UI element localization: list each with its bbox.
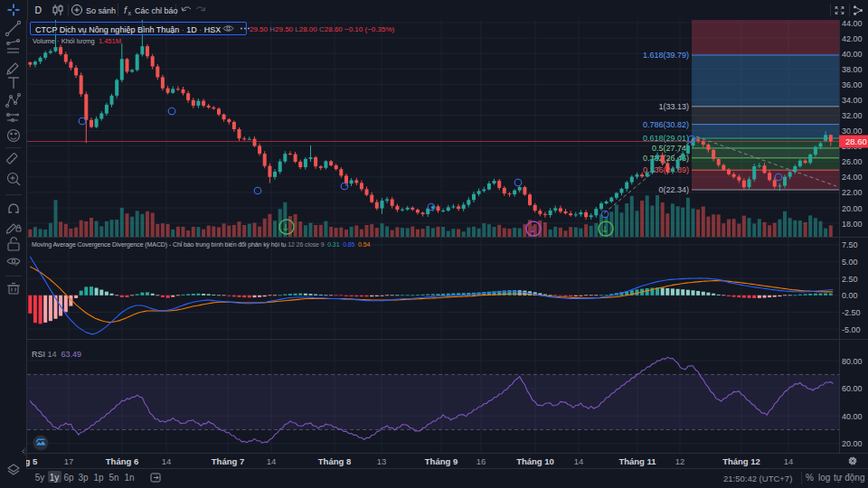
svg-text:-5.00: -5.00	[842, 325, 861, 334]
svg-text:14: 14	[162, 456, 172, 466]
svg-text:f: f	[124, 5, 127, 15]
svg-text:17: 17	[64, 456, 74, 466]
svg-text:7.50: 7.50	[842, 240, 858, 249]
svg-text:30.00: 30.00	[842, 127, 863, 136]
svg-text:38.00: 38.00	[842, 65, 863, 74]
svg-text:1.618(39.79): 1.618(39.79)	[643, 51, 689, 60]
svg-text:Tháng 12: Tháng 12	[722, 456, 760, 466]
svg-text:40.00: 40.00	[842, 412, 863, 421]
svg-text:Tháng 6: Tháng 6	[106, 456, 138, 466]
svg-text:20.00: 20.00	[842, 204, 863, 213]
svg-text:0.5(27.74): 0.5(27.74)	[652, 144, 689, 153]
svg-text:24.00: 24.00	[842, 173, 863, 182]
svg-text:Tháng 9: Tháng 9	[425, 456, 458, 466]
svg-text:40.00: 40.00	[842, 50, 863, 59]
svg-text:0.00: 0.00	[842, 291, 858, 300]
svg-text:Tháng 7: Tháng 7	[212, 456, 244, 466]
svg-text:D: D	[35, 5, 42, 15]
svg-text:5.00: 5.00	[842, 258, 858, 267]
svg-text:So sánh: So sánh	[86, 6, 116, 15]
svg-text:60.00: 60.00	[842, 384, 863, 393]
svg-text:34.00: 34.00	[842, 96, 863, 105]
svg-text:26.00: 26.00	[842, 157, 863, 166]
svg-text:36.00: 36.00	[842, 80, 863, 89]
svg-text:14: 14	[267, 456, 277, 466]
svg-text:Các chỉ báo: Các chỉ báo	[135, 6, 178, 15]
svg-text:-2.50: -2.50	[842, 308, 861, 317]
svg-text:14: 14	[784, 456, 794, 466]
svg-text:0.786(30.82): 0.786(30.82)	[643, 120, 689, 129]
svg-text:28.60: 28.60	[845, 136, 867, 146]
svg-text:Tháng 10: Tháng 10	[516, 456, 554, 466]
svg-text:1(33.13): 1(33.13)	[658, 102, 689, 111]
svg-text:Tháng 11: Tháng 11	[618, 456, 656, 466]
svg-text:44.00: 44.00	[842, 19, 863, 28]
svg-text:13: 13	[377, 456, 387, 466]
svg-text:12: 12	[675, 456, 685, 466]
svg-text:80.00: 80.00	[842, 357, 863, 366]
svg-text:Tháng 8: Tháng 8	[318, 456, 351, 466]
svg-text:18.00: 18.00	[842, 220, 863, 229]
svg-text:20.00: 20.00	[842, 439, 863, 448]
svg-text:16: 16	[476, 456, 486, 466]
svg-text:14: 14	[574, 456, 584, 466]
svg-text:32.00: 32.00	[842, 111, 863, 120]
svg-text:22.00: 22.00	[842, 188, 863, 197]
svg-text:2.50: 2.50	[842, 275, 858, 284]
svg-text:42.00: 42.00	[842, 34, 863, 43]
svg-text:x: x	[128, 10, 132, 16]
svg-text:0(22.34): 0(22.34)	[658, 185, 689, 194]
